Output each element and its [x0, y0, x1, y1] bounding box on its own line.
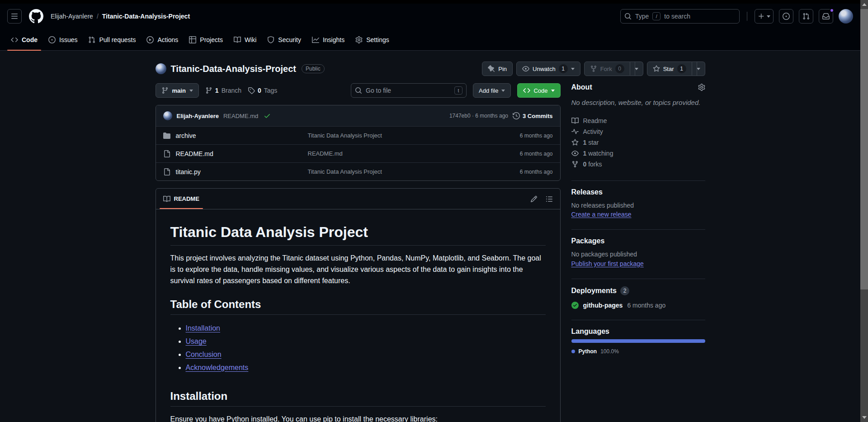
readme-installation-heading: Installation [170, 385, 546, 407]
toc-link-installation[interactable]: Installation [186, 324, 221, 332]
commit-author-avatar[interactable] [163, 111, 172, 120]
user-avatar[interactable] [839, 9, 853, 24]
create-release-link[interactable]: Create a new release [571, 211, 632, 218]
table-row[interactable]: README.md README.md 6 months ago [156, 144, 560, 162]
search-slash-key-badge: / [652, 12, 660, 20]
unwatch-button[interactable]: Unwatch 1 [516, 62, 580, 76]
go-to-file-shortcut-badge: t [454, 86, 462, 95]
tab-readme[interactable]: README [163, 189, 199, 209]
readme-card: README Ti [156, 188, 561, 422]
commit-message-link[interactable]: README.md [223, 113, 258, 119]
language-bar-python[interactable] [571, 339, 705, 343]
file-commit-message[interactable]: README.md [308, 150, 490, 157]
folder-icon [163, 132, 170, 139]
tab-security-label: Security [278, 36, 301, 43]
file-commit-message[interactable]: Titanic Data Analysis Project [308, 132, 490, 139]
readme-sidebar-link[interactable]: Readme [571, 115, 705, 126]
tab-settings[interactable]: Settings [352, 29, 393, 50]
tags-link[interactable]: 0 Tags [248, 87, 277, 94]
tab-code-label: Code [22, 36, 38, 43]
repo-owner-avatar[interactable] [156, 63, 166, 74]
search-placeholder-after: to search [664, 13, 690, 20]
fork-dropdown-button[interactable] [630, 62, 643, 76]
issues-dashboard-button[interactable] [779, 9, 793, 24]
stars-count: 1 [583, 139, 587, 146]
notifications-inbox-button[interactable] [819, 9, 833, 24]
star-label: Star [663, 66, 674, 72]
tab-insights[interactable]: Insights [308, 29, 348, 50]
file-commit-message[interactable]: Titanic Data Analysis Project [308, 168, 490, 175]
tab-actions[interactable]: Actions [143, 29, 182, 50]
star-button[interactable]: Star 1 [647, 62, 692, 76]
deployment-env-link[interactable]: github-pages [583, 302, 623, 309]
edit-repo-details-gear-icon[interactable] [698, 84, 705, 91]
language-item-python[interactable]: Python 100.0% [571, 348, 705, 355]
go-to-file-input[interactable] [366, 87, 451, 94]
fork-button[interactable]: Fork 0 [584, 62, 630, 76]
tab-security[interactable]: Security [264, 29, 305, 50]
deployment-item[interactable]: github-pages 6 months ago [571, 302, 705, 309]
sidebar: About No description, website, or topics… [571, 83, 705, 373]
check-icon[interactable] [264, 112, 271, 119]
go-to-file-search[interactable]: t [351, 83, 467, 98]
create-new-button[interactable] [755, 9, 774, 24]
toc-link-usage[interactable]: Usage [186, 337, 207, 345]
branches-link[interactable]: 1 Branch [205, 87, 241, 94]
deployment-time: 6 months ago [627, 302, 665, 309]
about-description: No description, website, or topics provi… [571, 98, 705, 107]
breadcrumb-owner-link[interactable]: Elijah-Ayanlere [51, 13, 93, 20]
edit-readme-button[interactable] [530, 195, 538, 203]
outline-button[interactable] [546, 195, 553, 203]
commit-author-link[interactable]: Elijah-Ayanlere [177, 113, 219, 119]
commit-hash-link[interactable]: 1747eb0 · 6 months ago [449, 113, 508, 119]
file-link[interactable]: README.md [176, 150, 213, 157]
readme-header: README [156, 189, 560, 209]
commit-history-link[interactable]: 3 Commits [513, 112, 552, 119]
branch-selector-button[interactable]: main [156, 83, 199, 98]
book-icon [571, 117, 579, 124]
star-count: 1 [677, 64, 686, 73]
pin-button[interactable]: Pin [482, 62, 513, 76]
activity-sidebar-link[interactable]: Activity [571, 126, 705, 137]
github-logo[interactable] [29, 9, 43, 24]
eye-icon [522, 65, 529, 72]
watching-sidebar-link[interactable]: 1 watching [571, 148, 705, 159]
forks-sidebar-link[interactable]: 0 forks [571, 159, 705, 170]
github-mark-icon [29, 9, 43, 24]
global-search-input[interactable]: Type / to search [620, 9, 740, 24]
releases-empty-text: No releases published [571, 201, 705, 210]
activity-link-label: Activity [583, 128, 603, 135]
page-title[interactable]: Titanic-Data-Analysis-Project [171, 64, 297, 74]
tab-projects[interactable]: Projects [185, 29, 226, 50]
toc-link-acknowledgements[interactable]: Acknowledgements [186, 364, 249, 371]
table-icon [189, 36, 196, 43]
stars-sidebar-link[interactable]: 1 star [571, 137, 705, 148]
star-dropdown-button[interactable] [692, 62, 705, 76]
code-download-button[interactable]: Code [517, 83, 560, 98]
publish-package-link[interactable]: Publish your first package [571, 260, 644, 267]
global-menu-button[interactable] [7, 9, 22, 24]
table-row[interactable]: archive Titanic Data Analysis Project 6 … [156, 126, 560, 144]
scrollbar-thumb[interactable] [860, 9, 868, 289]
window-scrollbar[interactable] [860, 0, 868, 422]
table-row[interactable]: titanic.py Titanic Data Analysis Project… [156, 162, 560, 180]
scrollbar-down-arrow[interactable] [860, 414, 868, 421]
add-file-button[interactable]: Add file [473, 83, 511, 98]
file-link[interactable]: archive [176, 132, 196, 139]
toc-link-conclusion[interactable]: Conclusion [186, 351, 222, 358]
scrollbar-up-arrow[interactable] [860, 1, 868, 8]
pull-requests-dashboard-button[interactable] [799, 9, 813, 24]
tab-code[interactable]: Code [7, 29, 41, 50]
tab-wiki[interactable]: Wiki [230, 29, 260, 50]
breadcrumb-repo-link[interactable]: Titanic-Data-Analysis-Project [102, 13, 190, 20]
watch-count: 1 [559, 64, 568, 73]
pin-icon [488, 65, 495, 72]
gear-icon [355, 36, 363, 43]
chevron-down-icon [189, 90, 193, 92]
tab-issues[interactable]: Issues [45, 29, 81, 50]
list-unordered-icon [546, 195, 553, 203]
readme-intro: This project involves analyzing the Tita… [170, 253, 546, 286]
tab-pull-requests[interactable]: Pull requests [85, 29, 139, 50]
file-link[interactable]: titanic.py [176, 168, 201, 175]
list-item: Conclusion [186, 348, 546, 361]
